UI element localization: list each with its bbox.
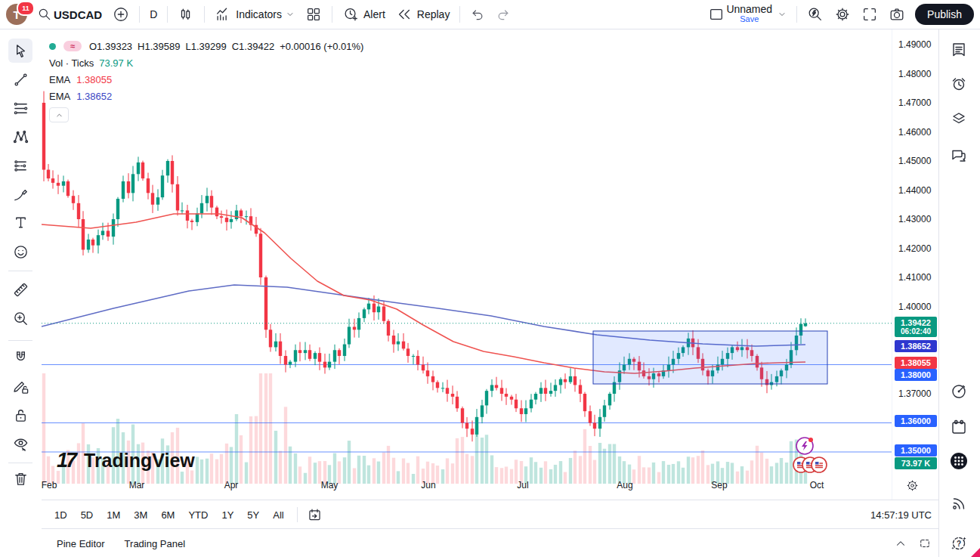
screener-target-button[interactable] (947, 379, 971, 404)
ohlc-change: +0.00016 (+0.01%) (280, 41, 363, 52)
price-tick: 1.40000 (898, 302, 931, 312)
hide-drawings-tool-button[interactable] (8, 432, 32, 456)
object-tree-layers-icon (950, 110, 968, 128)
user-menu[interactable]: T 11 (6, 3, 32, 26)
range-5d-button[interactable]: 5D (74, 506, 100, 524)
separator (139, 6, 140, 23)
ema-label: EMA (49, 74, 70, 85)
streams-button[interactable] (947, 491, 971, 515)
alert-button[interactable]: Alert (337, 3, 391, 26)
redo-button[interactable] (490, 3, 516, 26)
chat-icon (950, 146, 968, 164)
range-ytd-button[interactable]: YTD (181, 506, 215, 524)
plus-circle-icon (113, 6, 129, 23)
projection-tool-button[interactable] (8, 153, 32, 178)
zoom-in-tool-button[interactable] (8, 306, 32, 330)
fib-lines-tool-button[interactable] (8, 96, 32, 120)
magnet-tool-button[interactable] (8, 345, 32, 370)
range-all-button[interactable]: All (266, 506, 290, 524)
ema-slow-legend-row[interactable]: EMA 1.38652 (49, 88, 369, 104)
tab-pine-editor[interactable]: Pine Editor (52, 535, 110, 552)
undo-icon (470, 7, 485, 22)
go-to-date-button[interactable] (304, 506, 326, 525)
apps-grid-dark-button[interactable] (947, 449, 971, 473)
range-5y-button[interactable]: 5Y (240, 506, 266, 524)
trend-line-tool-button[interactable] (8, 67, 32, 91)
help-sparkles-button[interactable]: ? (947, 531, 971, 555)
drawing-toolbar (0, 29, 41, 557)
xabcd-pattern-tool-button[interactable] (8, 125, 32, 149)
text-tool-button[interactable] (8, 210, 32, 234)
camera-icon (889, 6, 905, 23)
separator (332, 6, 332, 23)
panel-expand-chevron-icon[interactable] (894, 537, 907, 550)
compare-add-symbol-button[interactable] (107, 3, 134, 26)
legend-collapse-button[interactable] (49, 107, 69, 122)
range-6m-button[interactable]: 6M (154, 506, 181, 524)
publish-button[interactable]: Publish (915, 4, 974, 25)
price-tick: 1.44000 (898, 185, 931, 196)
chat-button[interactable] (947, 143, 971, 167)
tradingview-watermark: TradingView (84, 450, 195, 471)
time-axis-month: Oct (810, 480, 824, 490)
hidden-widget-corner[interactable] (971, 548, 980, 557)
range-1d-button[interactable]: 1D (48, 506, 74, 524)
indicators-icon (215, 6, 231, 23)
time-axis-month: Jun (421, 480, 435, 490)
cursor-tool-button[interactable] (8, 39, 32, 63)
chart-style-button[interactable] (172, 3, 199, 26)
indicators-button[interactable]: Indicators (209, 3, 300, 26)
help-sparkles-icon: ? (950, 534, 968, 552)
range-1m-button[interactable]: 1M (100, 506, 127, 524)
quick-search-button[interactable] (802, 3, 829, 26)
svg-text:?: ? (957, 540, 961, 548)
replay-button[interactable]: Replay (391, 3, 456, 26)
emoji-tool-button[interactable] (8, 240, 32, 264)
chart-pane[interactable]: 17TradingViewFebMarAprMayJunJulAugSepOct… (42, 29, 892, 500)
time-axis-month: May (321, 480, 339, 490)
remove-drawings-tool-icon (12, 470, 29, 487)
price-tick: 1.43000 (898, 214, 931, 224)
indicators-label: Indicators (236, 8, 282, 20)
save-label[interactable]: Save (740, 14, 759, 24)
object-tree-layers-button[interactable] (947, 107, 971, 131)
ema-fast-legend-row[interactable]: EMA 1.38055 (49, 71, 369, 88)
lock-all-tool-button[interactable] (8, 403, 32, 427)
symbol-search-button[interactable]: USDCAD (32, 3, 107, 26)
tab-trading-panel[interactable]: Trading Panel (120, 535, 190, 552)
interval-button[interactable]: D (144, 3, 162, 26)
save-layout-button[interactable]: Unnamed Save (703, 3, 792, 26)
panel-maximize-icon[interactable] (918, 537, 932, 550)
alerts-clock-button[interactable] (947, 72, 971, 96)
streams-icon (950, 494, 968, 512)
range-1y-button[interactable]: 1Y (215, 506, 240, 524)
ruler-tool-icon (12, 281, 29, 299)
ema-slow-badge: 1.38652 (895, 340, 937, 352)
screenshot-button[interactable] (883, 3, 910, 26)
search-icon (37, 7, 52, 22)
undo-button[interactable] (465, 3, 490, 26)
watchlist-button[interactable] (947, 38, 971, 62)
price-axis[interactable]: 1.490001.480001.470001.460001.450001.440… (892, 29, 940, 500)
calendar-button[interactable] (947, 415, 971, 439)
fullscreen-button[interactable] (856, 3, 883, 26)
symbol-legend-row[interactable]: ≈ O1.39323H1.39589L1.39299C1.39422+0.000… (49, 38, 369, 54)
layout-name: Unnamed (726, 5, 772, 14)
separator (167, 6, 168, 23)
symbol-name: USDCAD (54, 8, 102, 21)
axis-settings-gear-icon[interactable] (906, 479, 919, 492)
brush-tool-button[interactable] (8, 182, 32, 206)
chart-settings-button[interactable] (829, 3, 856, 26)
clock-utc[interactable]: 14:57:19 UTC (870, 509, 939, 521)
ruler-tool-button[interactable] (8, 277, 32, 302)
bottom-panel-bar: Pine Editor Trading Panel (42, 528, 939, 557)
draw-lock-tool-button[interactable] (8, 374, 32, 398)
separator (459, 6, 460, 23)
timeframe-bar: 1D5D1M3M6MYTD1Y5YAll 14:57:19 UTC (42, 500, 939, 529)
screener-target-icon (950, 382, 968, 401)
remove-drawings-tool-button[interactable] (8, 466, 32, 490)
volume-legend-row[interactable]: Vol · Ticks 73.97 K (49, 54, 369, 71)
ohlc-high: H1.39589 (138, 41, 180, 52)
layout-templates-button[interactable] (300, 3, 327, 26)
range-3m-button[interactable]: 3M (127, 506, 154, 524)
